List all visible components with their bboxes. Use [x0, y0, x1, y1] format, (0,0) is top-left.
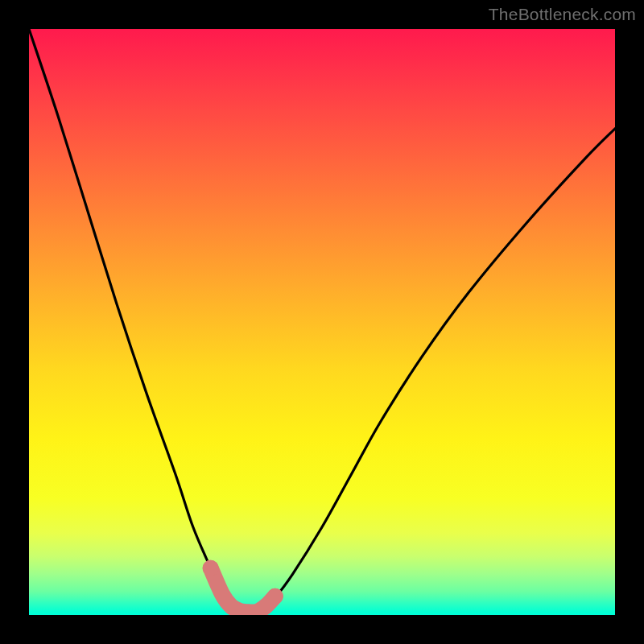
marker-end-dot	[267, 588, 283, 605]
plot-area	[29, 29, 615, 615]
bottleneck-curve	[29, 29, 615, 613]
optimal-range-highlight	[211, 568, 275, 613]
watermark-text: TheBottleneck.com	[489, 5, 636, 24]
chart-frame: TheBottleneck.com	[0, 0, 644, 644]
marker-start-dot	[203, 560, 219, 576]
curve-svg	[29, 29, 615, 615]
